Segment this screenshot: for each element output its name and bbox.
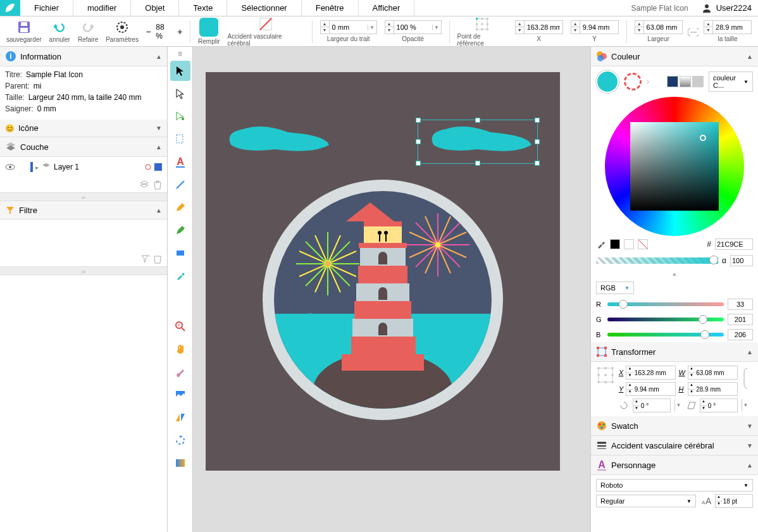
g-input[interactable] — [728, 314, 753, 325]
fill-color[interactable] — [596, 70, 619, 93]
hue-cursor[interactable] — [716, 220, 725, 228]
add-filter-icon[interactable]: + — [140, 254, 149, 264]
tool-move[interactable] — [170, 61, 190, 81]
app-icon[interactable] — [0, 0, 20, 16]
r-slider[interactable] — [607, 302, 724, 306]
panel-icone-header[interactable]: 😊 Icône ▼ — [0, 120, 167, 137]
layer-row[interactable]: ▸ Layer 1 — [5, 161, 162, 173]
tool-select[interactable] — [170, 84, 190, 104]
fill-button[interactable]: Remplir — [196, 18, 222, 45]
g-slider[interactable] — [607, 318, 724, 321]
color-model-select[interactable]: RGB▼ — [596, 281, 634, 294]
zoom-control[interactable]: − 88 % + — [144, 23, 185, 40]
save-button[interactable]: sauvegarder — [4, 20, 44, 43]
collapse-icon[interactable]: ▲ — [591, 269, 758, 279]
menu-selectionner[interactable]: Sélectionner — [227, 0, 301, 16]
link-wh-icon[interactable] — [688, 22, 699, 41]
tool-lasso[interactable] — [170, 106, 190, 127]
panel-avc-header[interactable]: Accident vasculaire cérébral ▼ — [591, 436, 758, 455]
add-layer-icon[interactable] — [139, 180, 149, 190]
layer-name[interactable]: Layer 1 — [54, 163, 142, 171]
selection-box[interactable] — [418, 120, 538, 164]
tf-skew-input[interactable]: ▲▼ — [700, 399, 738, 412]
font-family-select[interactable]: Roboto▼ — [596, 479, 753, 492]
opacity-input[interactable]: ▲▼▼ — [385, 20, 442, 34]
user-menu[interactable]: User2224 — [695, 0, 758, 16]
tool-zoom[interactable]: + — [170, 316, 190, 337]
panel-personnage-header[interactable]: A Personnage ▲ — [591, 455, 758, 475]
tool-image[interactable] — [170, 385, 190, 405]
panel-swatch-header[interactable]: Swatch ▼ — [591, 416, 758, 436]
tool-rect[interactable] — [170, 243, 190, 263]
settings-button[interactable]: Paramètres — [103, 20, 141, 43]
skew-dropdown[interactable]: ▼ — [742, 399, 749, 412]
panel-transform-header[interactable]: Transformer ▲ — [591, 342, 758, 362]
alpha-input[interactable] — [730, 255, 753, 266]
color-chip[interactable] — [667, 76, 678, 87]
zoom-out-button[interactable]: − — [144, 27, 153, 37]
menu-fichier[interactable]: Fichier — [20, 0, 73, 16]
tf-y-input[interactable]: ▲▼ — [626, 382, 676, 396]
undo-button[interactable]: annuler — [47, 20, 73, 43]
white-swatch[interactable] — [624, 239, 634, 249]
pattern-chip[interactable] — [692, 76, 704, 87]
rotate-dropdown[interactable]: ▼ — [674, 399, 682, 412]
tool-brush[interactable] — [170, 362, 190, 382]
splitter[interactable]: ═ — [0, 266, 167, 275]
zoom-in-button[interactable]: + — [175, 27, 185, 37]
b-slider[interactable] — [607, 333, 724, 337]
cloud-shape[interactable] — [225, 123, 332, 154]
tool-mirror[interactable] — [170, 407, 190, 428]
tf-rotate-input[interactable]: ▲▼ — [633, 399, 671, 412]
canvas[interactable] — [193, 47, 590, 532]
font-style-select[interactable]: Regular▼ — [596, 495, 696, 507]
eyedropper-icon[interactable] — [596, 239, 606, 249]
hex-input[interactable] — [715, 238, 753, 250]
stroke-color[interactable] — [624, 73, 642, 90]
menu-objet[interactable]: Objet — [131, 0, 179, 16]
color-mode-select[interactable]: couleur C...▼ — [709, 71, 753, 92]
toolbox-menu-icon[interactable]: ≡ — [178, 49, 182, 58]
gradient-chip[interactable] — [680, 76, 691, 87]
tool-rotate[interactable] — [170, 430, 190, 450]
refpoint-group[interactable]: Point de référence — [455, 16, 510, 47]
w-input[interactable]: ▲▼ — [635, 20, 683, 34]
font-size-input[interactable]: ▲▼ — [715, 494, 753, 508]
black-swatch[interactable] — [610, 239, 620, 249]
refpoint-grid[interactable] — [596, 366, 615, 385]
tool-line[interactable] — [170, 175, 190, 195]
link-wh-icon[interactable] — [742, 366, 753, 391]
tf-x-input[interactable]: ▲▼ — [626, 366, 676, 380]
trash-icon[interactable] — [153, 254, 162, 264]
y-input[interactable]: ▲▼ — [571, 20, 619, 34]
stroke-button[interactable]: Accident vasculaire cérébral — [225, 16, 307, 47]
none-swatch[interactable] — [638, 239, 648, 249]
panel-information-header[interactable]: i Information ▲ — [0, 47, 167, 66]
menu-texte[interactable]: Texte — [179, 0, 227, 16]
panel-filtre-header[interactable]: Filtre ▲ — [0, 201, 167, 220]
tf-w-input[interactable]: ▲▼ — [688, 366, 738, 380]
color-picker-cursor[interactable] — [700, 135, 706, 141]
fill-swatch[interactable] — [199, 18, 218, 37]
h-input[interactable]: ▲▼ — [704, 20, 752, 34]
trash-icon[interactable] — [153, 180, 162, 190]
x-input[interactable]: ▲▼ — [515, 20, 563, 34]
badge-circle[interactable] — [263, 180, 503, 420]
panel-couche-header[interactable]: Couche ▲ — [0, 137, 167, 157]
tool-gradient[interactable] — [170, 453, 190, 473]
r-input[interactable] — [728, 299, 753, 310]
target-icon[interactable] — [144, 163, 152, 171]
eye-icon[interactable] — [5, 162, 15, 172]
menu-modifier[interactable]: modifier — [73, 0, 131, 16]
tool-hand[interactable] — [170, 339, 190, 359]
layer-color[interactable] — [154, 163, 162, 171]
tool-pen[interactable] — [170, 197, 190, 218]
splitter[interactable]: ═ — [0, 192, 167, 201]
alpha-slider[interactable] — [596, 257, 718, 264]
redo-button[interactable]: Refaire — [75, 20, 101, 43]
tool-pencil[interactable] — [170, 220, 190, 240]
menu-fenetre[interactable]: Fenêtre — [302, 0, 359, 16]
tool-eyedropper[interactable] — [170, 266, 190, 286]
b-input[interactable] — [728, 329, 753, 340]
tool-page[interactable] — [170, 129, 190, 149]
